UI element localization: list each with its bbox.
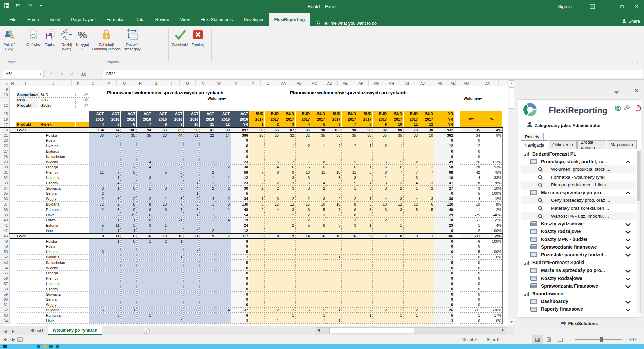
tree-item[interactable]: Koszty MPK - budżet [521,235,636,243]
bud-value-cell[interactable] [311,239,326,244]
bud-value-cell[interactable]: 3 [342,175,357,180]
header-act[interactable]: ACT [200,111,215,117]
bud-value-cell[interactable]: 16 [342,233,357,239]
bud-value-cell[interactable] [388,276,404,281]
pct-cell[interactable]: 0% [481,254,503,260]
bud-value-cell[interactable] [280,271,296,276]
bud-value-cell[interactable]: 9 [357,233,373,239]
diff-cell[interactable]: 0 [460,154,481,159]
market-cell[interactable]: Rumunia [39,313,76,318]
act-value-cell[interactable]: 2 [89,191,105,196]
cell[interactable] [76,138,89,143]
bud-value-cell[interactable] [311,249,326,254]
header-month[interactable]: 11 [200,122,215,127]
header-month[interactable]: 9 [373,122,388,127]
cell[interactable] [9,207,16,212]
product-cell[interactable] [16,318,39,324]
bud-value-cell[interactable]: 1 [265,318,280,324]
act-value-cell[interactable] [137,154,152,159]
bud-value-cell[interactable] [388,244,404,249]
act-value-cell[interactable]: 1 [89,228,105,233]
row-header[interactable]: 63 [0,313,9,318]
act-value-cell[interactable]: 37 [105,133,121,138]
act-value-cell[interactable] [200,249,215,254]
bud-value-cell[interactable]: 2 [296,212,311,218]
bud-value-cell[interactable] [357,244,373,249]
bud-value-cell[interactable]: 2 [249,180,265,186]
act-value-cell[interactable] [105,286,121,292]
bud-value-cell[interactable] [265,154,280,159]
bud-value-cell[interactable] [373,239,388,244]
product-cell[interactable] [16,201,39,207]
bud-value-cell[interactable] [404,138,419,143]
bud-value-cell[interactable]: 49 [434,159,454,165]
bud-value-cell[interactable]: 8 [311,159,326,165]
bud-value-cell[interactable] [280,239,296,244]
act-value-cell[interactable] [168,297,184,302]
column-header-Q[interactable]: Q [117,80,132,86]
bud-value-cell[interactable] [296,276,311,281]
header-act-year[interactable]: 2016 [200,117,215,122]
act-value-cell[interactable] [121,313,137,318]
act-value-cell[interactable] [121,175,137,180]
bud-value-cell[interactable] [342,281,357,286]
row-header[interactable]: 59 [0,292,9,297]
chevron-down-icon[interactable] [625,277,631,281]
cell[interactable] [9,281,16,286]
act-value-cell[interactable]: 7 [215,233,231,239]
act-value-cell[interactable] [200,297,215,302]
bud-value-cell[interactable]: 3 [296,175,311,180]
product-cell[interactable] [16,212,39,218]
bud-value-cell[interactable]: 7 [388,170,404,175]
act-value-cell[interactable]: 3 [105,196,121,201]
act-value-cell[interactable] [121,281,137,286]
bud-value-cell[interactable] [249,307,265,313]
collapse-ribbon-icon[interactable]: ⌃ [636,62,639,66]
bud-value-cell[interactable]: 0 [434,265,454,271]
row-header[interactable]: 43 [0,233,9,239]
bud-value-cell[interactable] [388,260,404,265]
bud-value-cell[interactable]: 10 [311,201,326,207]
cell[interactable] [89,103,481,108]
bud-value-cell[interactable]: 5 [249,233,265,239]
cell[interactable] [9,143,16,149]
tree-item[interactable]: Koszty Rodzajowe [521,274,636,282]
bud-value-cell[interactable] [249,228,265,233]
zoom-level[interactable]: 80% [629,337,637,342]
bud-value-cell[interactable] [342,244,357,249]
bud-value-cell[interactable]: 2 [326,196,342,201]
act-value-cell[interactable] [121,254,137,260]
cell[interactable] [9,260,16,265]
act-value-cell[interactable]: 3 [121,223,137,228]
act-value-cell[interactable] [105,244,121,249]
header-month[interactable]: 8 [357,122,373,127]
product-cell[interactable] [16,180,39,186]
bud-value-cell[interactable]: 1 [388,313,404,318]
act-value-cell[interactable] [184,239,200,244]
diff-cell[interactable]: 0 [460,302,481,307]
bud-value-cell[interactable] [296,149,311,154]
bud-value-cell[interactable]: 11 [311,170,326,175]
cell[interactable] [9,201,16,207]
act-value-cell[interactable] [200,286,215,292]
bud-value-cell[interactable]: 3 [326,175,342,180]
bud-value-cell[interactable]: 9 [280,170,296,175]
bud-value-cell[interactable]: 58 [434,165,454,170]
market-cell[interactable]: Polska [39,133,76,138]
bud-value-cell[interactable] [357,297,373,302]
bud-value-cell[interactable]: 1 [404,212,419,218]
cell[interactable] [76,143,89,149]
act-value-cell[interactable] [121,260,137,265]
close-report-button[interactable]: Zamknij [190,26,206,65]
act-value-cell[interactable] [168,244,184,249]
bud-value-cell[interactable] [249,254,265,260]
bud-value-cell[interactable] [388,265,404,271]
bud-value-cell[interactable] [373,276,388,281]
act-value-cell[interactable] [89,265,105,271]
act-value-cell[interactable] [105,138,121,143]
column-header-AA[interactable]: AA [276,80,291,86]
act-value-cell[interactable] [168,228,184,233]
bud-value-cell[interactable]: 10 [326,201,342,207]
row-header[interactable]: 54 [0,265,9,271]
bud-value-cell[interactable] [342,292,357,297]
